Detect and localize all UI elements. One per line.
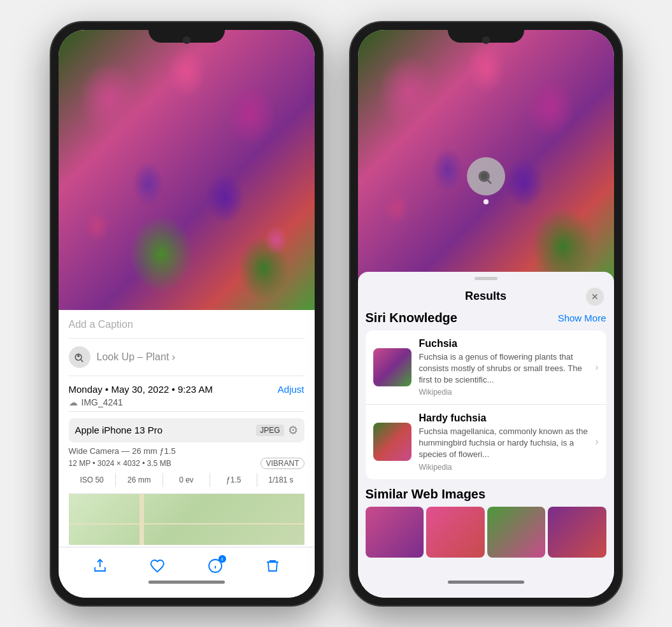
results-sheet: Results ✕ Siri Knowledge Show More (358, 272, 614, 598)
filename: IMG_4241 (82, 397, 123, 407)
date-row: Monday • May 30, 2022 • 9:23 AM Adjust ☁… (69, 376, 304, 412)
similar-images-row (366, 507, 606, 558)
home-indicator (148, 581, 225, 584)
front-camera (183, 36, 190, 44)
fuchsia-thumbnail (373, 348, 411, 386)
siri-knowledge-title: Siri Knowledge (366, 311, 457, 325)
date-text: Monday • May 30, 2022 • 9:23 AM (69, 384, 213, 395)
power-button-r[interactable] (622, 137, 623, 188)
device-name: Apple iPhone 13 Pro (75, 425, 163, 435)
share-button[interactable] (86, 552, 114, 580)
volume-up-button-r[interactable] (349, 140, 350, 178)
mp-info: 12 MP • 3024 × 4032 • 3.5 MB (69, 459, 171, 468)
fuchsia-source: Wikipedia (419, 388, 592, 397)
knowledge-item-fuchsia[interactable]: Fuchsia Fuchsia is a genus of flowering … (366, 330, 606, 405)
photo-view (59, 30, 315, 310)
similar-image-1[interactable] (366, 507, 424, 558)
exif-ev: 0 ev (163, 473, 210, 487)
lookup-label: Look Up – Plant › (97, 351, 176, 363)
chevron-right-icon: › (595, 362, 598, 373)
hardy-name: Hardy fuchsia (419, 412, 592, 424)
photo-top (358, 30, 614, 285)
caption-placeholder[interactable]: Add a Caption (69, 319, 133, 330)
hardy-info: Hardy fuchsia Fuchsia magellanica, commo… (419, 412, 592, 472)
exif-focal: 26 mm (116, 473, 163, 487)
similar-image-4[interactable] (548, 507, 606, 558)
volume-up-button[interactable] (50, 140, 51, 178)
similar-image-2[interactable] (426, 507, 485, 558)
fuchsia-name: Fuchsia (419, 338, 592, 349)
similar-title: Similar Web Images (366, 487, 606, 502)
jpeg-badge: JPEG (256, 425, 283, 436)
show-more-button[interactable]: Show More (558, 313, 606, 323)
fuchsia-desc: Fuchsia is a genus of flowering plants t… (419, 351, 592, 386)
mute-button[interactable] (50, 111, 51, 132)
cloud-icon: ☁ (69, 397, 78, 407)
device-badges: JPEG ⚙ (256, 423, 297, 437)
delete-button[interactable] (259, 552, 287, 580)
exif-row: ISO 50 26 mm 0 ev ƒ1.5 1/181 s (69, 473, 304, 487)
left-phone: Add a Caption Look Up – Plant › (50, 21, 324, 607)
adjust-button[interactable]: Adjust (278, 384, 304, 395)
close-button[interactable]: ✕ (586, 288, 604, 306)
results-title: Results (386, 290, 586, 303)
section-header: Siri Knowledge Show More (366, 311, 606, 325)
exif-iso: ISO 50 (69, 473, 116, 487)
caption-area[interactable]: Add a Caption (69, 310, 304, 339)
lookup-icon (69, 346, 90, 368)
lookup-row[interactable]: Look Up – Plant › (69, 339, 304, 376)
device-section: Apple iPhone 13 Pro JPEG ⚙ Wide Camera —… (69, 412, 304, 494)
right-phone: Results ✕ Siri Knowledge Show More (349, 21, 623, 607)
similar-image-3[interactable] (487, 507, 546, 558)
left-screen: Add a Caption Look Up – Plant › (59, 30, 315, 598)
device-header: Apple iPhone 13 Pro JPEG ⚙ (69, 418, 304, 442)
camera-info: Wide Camera — 26 mm ƒ1.5 (69, 446, 304, 456)
mute-button-r[interactable] (349, 111, 350, 132)
hardy-desc: Fuchsia magellanica, commonly known as t… (419, 426, 592, 461)
home-indicator-r (448, 581, 524, 584)
info-button[interactable]: i (201, 552, 229, 580)
hardy-thumbnail (373, 423, 411, 461)
map-preview[interactable] (69, 494, 304, 545)
hardy-source: Wikipedia (419, 463, 592, 472)
volume-down-button[interactable] (50, 185, 51, 223)
similar-section: Similar Web Images (366, 487, 606, 558)
chevron-right-icon-2: › (595, 436, 598, 447)
device-specs: 12 MP • 3024 × 4032 • 3.5 MB VIBRANT (69, 458, 304, 469)
visual-intelligence-button[interactable] (467, 157, 505, 195)
favorite-button[interactable] (143, 552, 171, 580)
map-roads (69, 494, 304, 545)
exif-shutter: 1/181 s (257, 473, 304, 487)
power-button[interactable] (322, 137, 324, 188)
flower-photo (59, 30, 315, 310)
volume-down-button-r[interactable] (349, 185, 350, 223)
info-section: Add a Caption Look Up – Plant › (59, 310, 315, 545)
siri-indicator-dot (483, 199, 489, 204)
knowledge-item-hardy[interactable]: Hardy fuchsia Fuchsia magellanica, commo… (366, 404, 606, 479)
lookup-text: Look Up – (97, 351, 143, 362)
exif-aperture: ƒ1.5 (210, 473, 257, 487)
knowledge-card: Fuchsia Fuchsia is a genus of flowering … (366, 330, 606, 479)
toolbar: i (59, 547, 315, 598)
vibrant-badge: VIBRANT (261, 458, 304, 469)
front-camera-r (482, 36, 490, 44)
settings-icon: ⚙ (288, 423, 298, 437)
fuchsia-info: Fuchsia Fuchsia is a genus of flowering … (419, 338, 592, 397)
right-screen: Results ✕ Siri Knowledge Show More (358, 30, 614, 598)
siri-knowledge-section: Siri Knowledge Show More Fuchsia Fuchsia… (366, 311, 606, 479)
results-header: Results ✕ (358, 280, 614, 311)
lookup-type: Plant (143, 351, 169, 362)
